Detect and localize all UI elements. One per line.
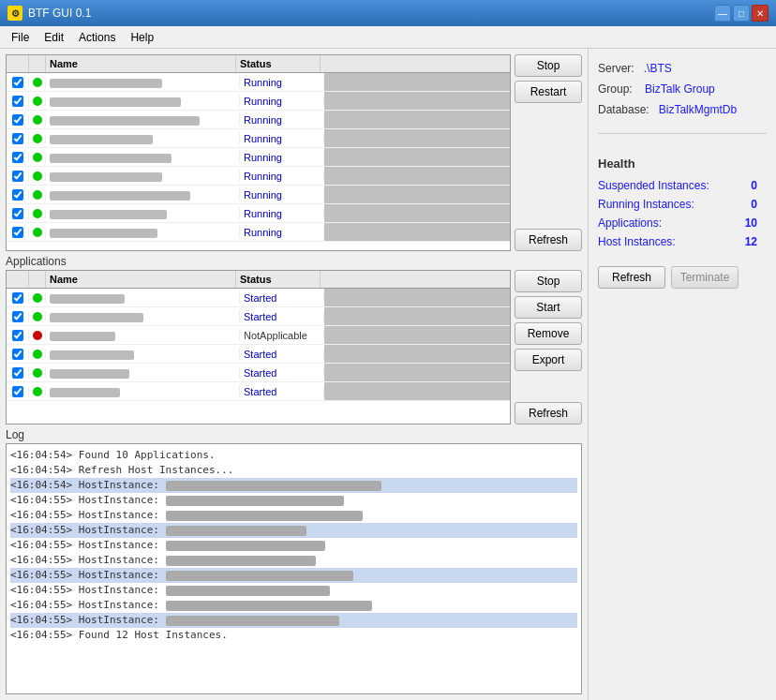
host-row-status: Running [240, 96, 324, 107]
host-row: Running [7, 186, 510, 204]
log-blurred-text [166, 481, 381, 491]
host-row-name [46, 226, 240, 237]
app-row-check[interactable] [7, 292, 29, 304]
host-row-name [46, 113, 240, 125]
log-text: <16:04:55> HostInstance: [10, 599, 166, 611]
log-text: <16:04:54> HostInstance: [10, 479, 166, 491]
app-row-status: Started [240, 349, 324, 360]
app-export-button[interactable]: Export [515, 349, 582, 371]
right-refresh-button[interactable]: Refresh [598, 266, 665, 289]
log-line: <16:04:55> HostInstance: [10, 508, 577, 523]
group-label: Group: [598, 82, 633, 96]
green-dot-icon [33, 228, 42, 237]
group-value: BizTalk Group [645, 82, 715, 96]
host-row-extra [324, 186, 510, 203]
app-stop-button[interactable]: Stop [515, 270, 582, 292]
log-text: <16:04:55> HostInstance: [10, 539, 166, 551]
health-row: Suspended Instances: 0 [598, 176, 767, 195]
title-bar: ⚙ BTF GUI 0.1 — □ ✕ [0, 0, 776, 26]
right-terminate-button[interactable]: Terminate [671, 266, 739, 289]
host-row-dot [29, 153, 46, 162]
host-row-check[interactable] [7, 227, 29, 238]
log-line: <16:04:55> HostInstance: [10, 568, 577, 583]
green-dot-icon [33, 350, 42, 359]
menu-file[interactable]: File [4, 29, 37, 46]
window-title: BTF GUI 0.1 [28, 7, 91, 20]
host-row-dot [29, 115, 46, 125]
applications-scroll[interactable]: Started Started NotApplicable [7, 289, 510, 423]
minimize-button[interactable]: — [714, 5, 731, 22]
host-row-extra [324, 111, 510, 128]
log-blurred-text [166, 511, 363, 521]
host-row-name [46, 188, 240, 200]
host-row-check[interactable] [7, 114, 29, 126]
host-row-check[interactable] [7, 152, 29, 163]
header-extra [321, 55, 510, 72]
host-row-dot [29, 209, 46, 218]
maximize-button[interactable]: □ [733, 5, 750, 22]
host-row-check[interactable] [7, 189, 29, 201]
host-row-status: Running [240, 189, 324, 201]
health-row-label: Applications: [598, 214, 662, 232]
log-text: <16:04:54> Refresh Host Instances... [10, 464, 233, 476]
health-row-value: 10 [745, 214, 757, 232]
log-container[interactable]: <16:04:54> Found 10 Applications.<16:04:… [6, 443, 582, 694]
host-restart-button[interactable]: Restart [515, 81, 582, 103]
app-start-button[interactable]: Start [515, 296, 582, 319]
health-row-label: Host Instances: [598, 232, 676, 251]
host-instances-section: Name Status Running [6, 54, 582, 251]
log-blurred-text [166, 541, 325, 551]
host-row-check[interactable] [7, 77, 29, 88]
host-row-check[interactable] [7, 208, 29, 219]
app-row-check[interactable] [7, 367, 29, 379]
host-row-status: Running [240, 114, 324, 126]
host-row-dot [29, 134, 46, 143]
database-value: BizTalkMgmtDb [659, 103, 737, 116]
close-button[interactable]: ✕ [752, 5, 769, 22]
host-row-check[interactable] [7, 171, 29, 182]
green-dot-icon [33, 171, 42, 181]
app-remove-button[interactable]: Remove [515, 322, 582, 345]
red-dot-icon [33, 331, 42, 340]
log-blurred-text [166, 556, 316, 566]
host-row-status: Running [240, 227, 324, 238]
health-row-value: 12 [745, 232, 757, 251]
app-header-name: Name [46, 271, 236, 288]
host-row-extra [324, 223, 510, 241]
host-row-extra [324, 204, 510, 222]
log-label: Log [6, 428, 582, 441]
app-row-dot [29, 293, 46, 303]
host-row-dot [29, 171, 46, 181]
app-refresh-button[interactable]: Refresh [515, 402, 582, 424]
header-check [7, 55, 29, 72]
host-stop-button[interactable]: Stop [515, 54, 582, 77]
health-row: Applications: 10 [598, 214, 767, 232]
app-row-status: Started [240, 367, 324, 379]
green-dot-icon [33, 134, 42, 143]
app-row-check[interactable] [7, 311, 29, 322]
app-row-check[interactable] [7, 330, 29, 341]
green-dot-icon [33, 78, 42, 87]
menu-help[interactable]: Help [123, 29, 161, 46]
host-row-check[interactable] [7, 133, 29, 144]
app-row-check[interactable] [7, 349, 29, 360]
log-line: <16:04:55> HostInstance: [10, 598, 577, 613]
host-row-check[interactable] [7, 96, 29, 107]
menu-edit[interactable]: Edit [37, 29, 71, 46]
host-row-dot [29, 78, 46, 87]
app-row-check[interactable] [7, 386, 29, 397]
log-text: <16:04:55> HostInstance: [10, 494, 166, 506]
host-row-extra [324, 73, 510, 91]
app-buttons-panel: Stop Start Remove Export Refresh [515, 270, 582, 424]
host-row: Running [7, 73, 510, 92]
title-bar-controls: — □ ✕ [714, 5, 769, 22]
host-row: Running [7, 148, 510, 167]
log-line: <16:04:54> Found 10 Applications. [10, 448, 577, 463]
health-row: Running Instances: 0 [598, 195, 767, 214]
host-instances-scroll[interactable]: Running Running Running [7, 73, 510, 249]
log-text: <16:04:55> Found 12 Host Instances. [10, 629, 228, 641]
menu-actions[interactable]: Actions [71, 29, 123, 46]
host-refresh-button[interactable]: Refresh [515, 229, 582, 251]
health-row-label: Running Instances: [598, 195, 694, 214]
green-dot-icon [33, 387, 42, 396]
